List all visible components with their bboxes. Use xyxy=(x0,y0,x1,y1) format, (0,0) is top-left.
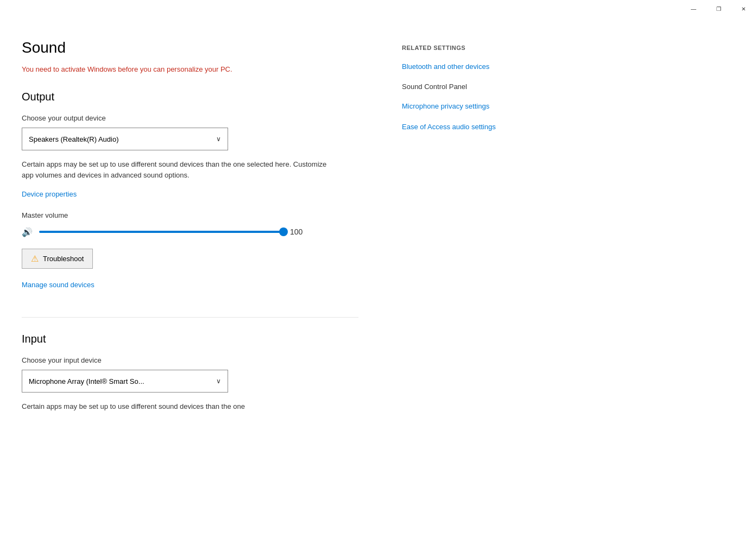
page-title: Sound xyxy=(22,39,380,56)
troubleshoot-label: Troubleshoot xyxy=(43,255,84,263)
output-section-title: Output xyxy=(22,91,380,103)
volume-value: 100 xyxy=(290,227,309,236)
activation-warning: You need to activate Windows before you … xyxy=(22,65,380,73)
dropdown-arrow-icon: ∨ xyxy=(216,135,221,143)
device-properties-link[interactable]: Device properties xyxy=(22,190,77,198)
related-link-ease-of-access[interactable]: Ease of Access audio settings xyxy=(402,122,565,132)
output-device-dropdown[interactable]: Speakers (Realtek(R) Audio) ∨ xyxy=(22,128,228,150)
main-content: Sound You need to activate Windows befor… xyxy=(0,17,756,544)
master-volume-label: Master volume xyxy=(22,211,380,219)
volume-slider[interactable] xyxy=(39,226,284,238)
input-description: Certain apps may be set up to use differ… xyxy=(22,401,337,412)
related-link-microphone[interactable]: Microphone privacy settings xyxy=(402,102,565,111)
output-device-value: Speakers (Realtek(R) Audio) xyxy=(29,135,118,143)
manage-sound-devices-link[interactable]: Manage sound devices xyxy=(22,281,94,289)
slider-thumb[interactable] xyxy=(279,227,288,236)
output-device-label: Choose your output device xyxy=(22,114,380,122)
slider-track xyxy=(39,231,284,233)
related-settings-title: Related Settings xyxy=(402,45,565,51)
titlebar: — ❐ ✕ xyxy=(681,0,756,17)
close-button[interactable]: ✕ xyxy=(731,0,756,17)
right-panel: Related Settings Bluetooth and other dev… xyxy=(402,39,587,522)
warning-icon: ⚠ xyxy=(31,254,39,264)
troubleshoot-button[interactable]: ⚠ Troubleshoot xyxy=(22,249,93,269)
minimize-button[interactable]: — xyxy=(681,0,706,17)
left-panel: Sound You need to activate Windows befor… xyxy=(22,39,402,522)
input-device-label: Choose your input device xyxy=(22,356,380,364)
volume-row: 🔊 100 xyxy=(22,226,380,238)
related-text-sound-control: Sound Control Panel xyxy=(402,83,565,91)
input-dropdown-arrow-icon: ∨ xyxy=(216,377,221,385)
input-section-title: Input xyxy=(22,333,380,345)
volume-icon: 🔊 xyxy=(22,227,33,237)
related-link-bluetooth[interactable]: Bluetooth and other devices xyxy=(402,62,565,72)
restore-button[interactable]: ❐ xyxy=(706,0,731,17)
input-device-value: Microphone Array (Intel® Smart So... xyxy=(29,377,144,385)
section-divider xyxy=(22,317,358,318)
input-device-dropdown[interactable]: Microphone Array (Intel® Smart So... ∨ xyxy=(22,370,228,393)
output-description: Certain apps may be set up to use differ… xyxy=(22,159,337,180)
